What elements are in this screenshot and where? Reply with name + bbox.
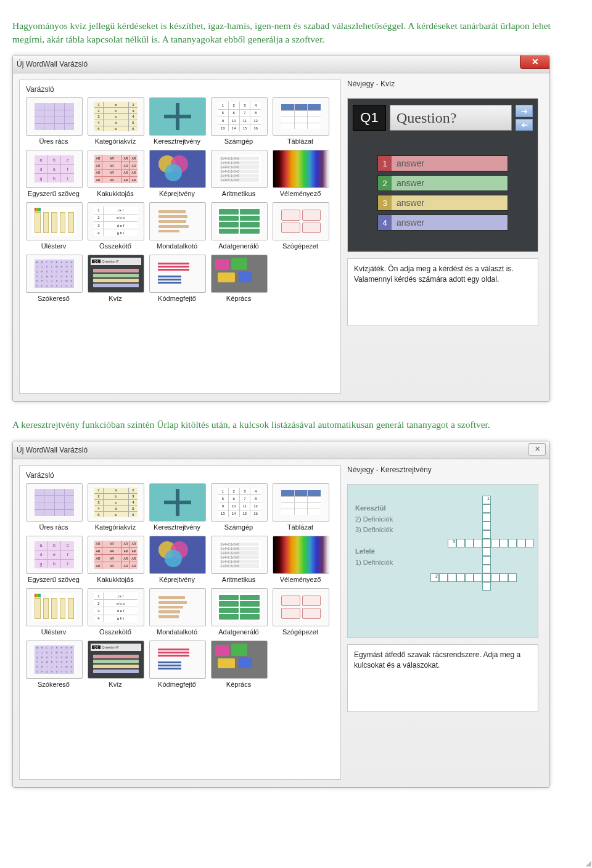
template-item-k-prejtv-ny[interactable]: Képrejtvény bbox=[149, 150, 205, 197]
template-item-keresztrejtv-ny[interactable]: Keresztrejtvény bbox=[149, 483, 205, 531]
template-caption: Képrejtvény bbox=[149, 576, 205, 583]
next-arrow-icon[interactable]: ➔ bbox=[516, 105, 533, 117]
answer-number: 3 bbox=[378, 195, 392, 210]
template-caption: Aritmetikus bbox=[211, 576, 266, 583]
template-item--res-r-cs[interactable]: Üres rács bbox=[26, 483, 81, 531]
template-item-sz-mg-p[interactable]: 12345678910111213141516Számgép bbox=[211, 483, 266, 531]
template-thumb: abcdefghi bbox=[26, 150, 83, 188]
crossword-cell bbox=[456, 539, 465, 547]
answer-text: answer bbox=[392, 195, 508, 210]
template-item-aritmetikus[interactable]: 2+4=6 3+5=82+4=6 3+5=82+4=6 3+5=82+4=6 3… bbox=[211, 150, 266, 197]
template-item-sz-keres-[interactable]: ABCDEFGHIJKLMNOPQRSTUVWXYZABCDEFGHIJKLMN… bbox=[26, 641, 81, 688]
wizard-window-quiz: Új WordWall Varázsló ✕ Varázsló Üres rác… bbox=[12, 55, 550, 402]
answer-text: answer bbox=[392, 156, 508, 171]
answer-row[interactable]: 1answer bbox=[377, 155, 508, 171]
template-item-sz-g-pezet[interactable]: Szógépezet bbox=[273, 588, 328, 636]
template-thumb bbox=[26, 483, 83, 522]
gallery-label: Varázsló bbox=[26, 85, 334, 94]
template-gallery-panel: Varázsló Üres rács1a22b33c44d55e6Kategór… bbox=[19, 80, 341, 394]
crossword-cell bbox=[439, 573, 448, 582]
template-item--sszek-t-[interactable]: 1j k l2a b c3d e f4g h iÖsszekötő bbox=[88, 202, 143, 250]
template-item-kateg-riakv-z[interactable]: 1a22b33c44d55e6Kategóriakvíz bbox=[88, 97, 143, 145]
template-item-t-bl-zat[interactable]: Táblázat bbox=[273, 483, 328, 531]
template-caption: Véleményező bbox=[273, 190, 328, 197]
template-item-egyszer-sz-veg[interactable]: abcdefghiEgyszerű szöveg bbox=[26, 536, 81, 583]
template-item-t-bl-zat[interactable]: Táblázat bbox=[273, 97, 328, 145]
template-thumb: abcdefghi bbox=[26, 536, 83, 574]
template-item-kateg-riakv-z[interactable]: 1a22b33c44d55e6Kategóriakvíz bbox=[88, 483, 143, 531]
answer-row[interactable]: 3answer bbox=[377, 195, 508, 211]
template-thumb bbox=[149, 588, 206, 626]
template-item--l-sterv[interactable]: Ülésterv bbox=[26, 588, 81, 636]
template-item-v-lem-nyez-[interactable]: Véleményező bbox=[273, 150, 328, 197]
template-caption: Egyszerű szöveg bbox=[26, 190, 81, 197]
template-caption: Keresztrejtvény bbox=[149, 137, 205, 145]
description-text: Kvízjáték. Ön adja meg a kérdést és a vá… bbox=[354, 264, 514, 284]
template-caption: Aritmetikus bbox=[211, 190, 266, 197]
template-item-k-dmegfejt-[interactable]: Kódmegfejtő bbox=[149, 641, 205, 688]
template-item--l-sterv[interactable]: Ülésterv bbox=[26, 202, 81, 250]
template-item-sz-keres-[interactable]: ABCDEFGHIJKLMNOPQRSTUVWXYZABCDEFGHIJKLMN… bbox=[26, 255, 81, 302]
template-item-adatgener-l-[interactable]: Adatgeneráló bbox=[211, 588, 266, 636]
answer-row[interactable]: 4answer bbox=[377, 215, 508, 231]
template-item-kakukktoj-s[interactable]: ARARARARARARARARARARARARARARARARKakukkto… bbox=[88, 536, 143, 583]
template-item--sszek-t-[interactable]: 1j k l2a b c3d e f4g h iÖsszekötő bbox=[88, 588, 143, 636]
crossword-cell bbox=[500, 573, 508, 582]
answer-row[interactable]: 2answer bbox=[377, 175, 508, 191]
template-thumb: 2+4=6 3+5=82+4=6 3+5=82+4=6 3+5=82+4=6 3… bbox=[211, 150, 268, 188]
template-item-kv-z[interactable]: Question?Kvíz bbox=[88, 255, 143, 302]
template-item-sz-mg-p[interactable]: 12345678910111213141516Számgép bbox=[211, 97, 266, 145]
template-thumb: 2+4=6 3+5=82+4=6 3+5=82+4=6 3+5=82+4=6 3… bbox=[211, 536, 268, 574]
wizard-window-crossword: Új WordWall Varázsló ✕ Varázsló Üres rác… bbox=[12, 441, 550, 788]
template-thumb bbox=[273, 150, 329, 188]
crossword-cell bbox=[508, 539, 517, 547]
template-item-kakukktoj-s[interactable]: ARARARARARARARARARARARARARARARARKakukkto… bbox=[88, 150, 143, 197]
crossword-cell bbox=[482, 547, 491, 556]
answer-text: answer bbox=[392, 176, 508, 190]
template-item--res-r-cs[interactable]: Üres rács bbox=[26, 97, 81, 145]
template-thumb: 1a22b33c44d55e6 bbox=[88, 483, 144, 522]
clues-block: Keresztül 2) Definíciók 3) Definíciók Le… bbox=[355, 503, 393, 568]
close-button[interactable]: ✕ bbox=[528, 443, 546, 456]
template-item-v-lem-nyez-[interactable]: Véleményező bbox=[273, 536, 328, 583]
template-caption: Véleményező bbox=[273, 576, 328, 583]
window-title: Új WordWall Varázsló bbox=[17, 446, 88, 454]
template-item-mondatalkot-[interactable]: Mondatalkotó bbox=[149, 588, 205, 636]
template-caption: Számgép bbox=[211, 137, 266, 145]
close-button[interactable]: ✕ bbox=[520, 55, 550, 69]
crossword-cell bbox=[482, 556, 491, 565]
template-thumb: ABCDEFGHIJKLMNOPQRSTUVWXYZABCDEFGHIJKLMN… bbox=[26, 641, 83, 679]
template-thumb bbox=[211, 641, 268, 679]
crossword-cell bbox=[482, 565, 491, 573]
description-panel: Kvízjáték. Ön adja meg a kérdést és a vá… bbox=[347, 258, 538, 326]
template-thumb bbox=[26, 588, 83, 626]
template-item-mondatalkot-[interactable]: Mondatalkotó bbox=[149, 202, 205, 250]
template-thumb bbox=[273, 202, 329, 240]
crossword-cell bbox=[500, 539, 508, 547]
template-item-k-pr-cs[interactable]: Képrács bbox=[211, 255, 266, 302]
template-item-egyszer-sz-veg[interactable]: abcdefghiEgyszerű szöveg bbox=[26, 150, 81, 197]
crossword-cell bbox=[491, 573, 500, 582]
template-caption: Mondatalkotó bbox=[149, 628, 205, 636]
template-item-keresztrejtv-ny[interactable]: Keresztrejtvény bbox=[149, 97, 205, 145]
prev-arrow-icon[interactable]: ➔ bbox=[516, 119, 533, 131]
template-thumb bbox=[149, 150, 206, 188]
template-item-k-prejtv-ny[interactable]: Képrejtvény bbox=[149, 536, 205, 583]
template-thumb bbox=[149, 483, 206, 522]
template-item-k-dmegfejt-[interactable]: Kódmegfejtő bbox=[149, 255, 205, 302]
template-thumb bbox=[26, 97, 83, 136]
window-title: Új WordWall Varázsló bbox=[17, 60, 88, 68]
template-item-adatgener-l-[interactable]: Adatgeneráló bbox=[211, 202, 266, 250]
template-item-k-pr-cs[interactable]: Képrács bbox=[211, 641, 266, 688]
template-item-aritmetikus[interactable]: 2+4=6 3+5=82+4=6 3+5=82+4=6 3+5=82+4=6 3… bbox=[211, 536, 266, 583]
crossword-cell bbox=[482, 582, 491, 591]
template-caption: Kategóriakvíz bbox=[88, 137, 143, 145]
preview-panel: Keresztül 2) Definíciók 3) Definíciók Le… bbox=[347, 484, 538, 638]
crossword-cell bbox=[482, 522, 491, 530]
template-caption: Kvíz bbox=[88, 681, 143, 688]
template-item-sz-g-pezet[interactable]: Szógépezet bbox=[273, 202, 328, 250]
template-caption: Ülésterv bbox=[26, 242, 81, 250]
template-thumb: Question? bbox=[88, 255, 144, 293]
paragraph-1: Hagyományos kvíz jellegű kérdéseket is k… bbox=[12, 19, 580, 47]
template-item-kv-z[interactable]: Question?Kvíz bbox=[88, 641, 143, 688]
